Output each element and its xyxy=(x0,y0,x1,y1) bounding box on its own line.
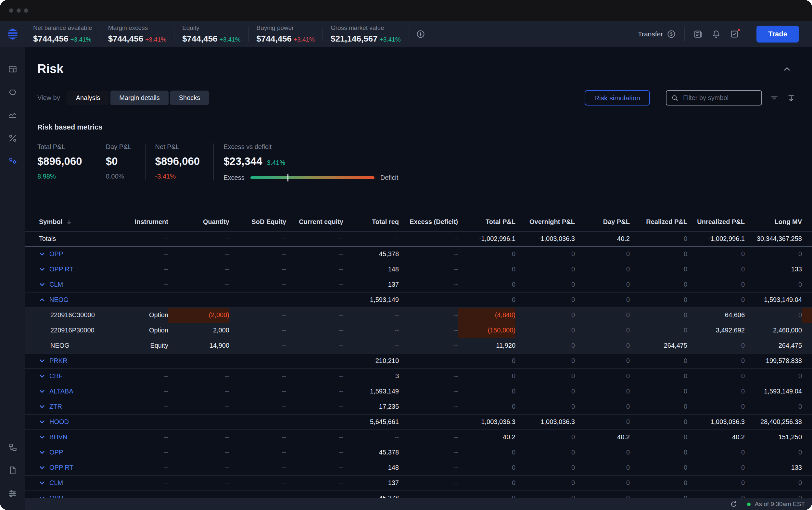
tab-margin-details[interactable]: Margin details xyxy=(110,91,169,105)
expand-chevron-icon[interactable] xyxy=(39,480,45,486)
table-row[interactable]: OPP--------45,378--000000 xyxy=(25,445,812,460)
notifications-button[interactable] xyxy=(711,29,721,39)
app-logo[interactable] xyxy=(0,28,25,40)
metric-value: $744,456+3.41% xyxy=(257,34,315,44)
column-header-sod-equity[interactable]: SoD Equity xyxy=(229,213,286,231)
symbol-link[interactable]: ALTABA xyxy=(49,388,74,395)
cell-spacer xyxy=(802,353,812,368)
table-row[interactable]: OPP RT--------148--00000133 xyxy=(25,262,812,277)
symbol-link[interactable]: NEOG xyxy=(49,296,68,303)
table-row[interactable]: 220916C30000Option(2,000)--------(4,840)… xyxy=(25,307,812,323)
totals-row[interactable]: Totals-------------1,002,996.1-1,003,036… xyxy=(25,231,812,246)
symbol-link[interactable]: CRF xyxy=(49,372,63,380)
symbol-link[interactable]: OPP xyxy=(49,449,63,456)
expand-chevron-icon[interactable] xyxy=(39,419,45,425)
table-row[interactable]: CLM--------137--000000 xyxy=(25,475,812,490)
expand-chevron-icon[interactable] xyxy=(39,434,45,440)
sidebar-item-filters[interactable] xyxy=(0,482,25,505)
cell-current-equity: -- xyxy=(286,399,343,414)
symbol-link[interactable]: OPP xyxy=(49,250,63,258)
sidebar-item-risk[interactable] xyxy=(0,150,25,173)
cell-overnight-pl: 0 xyxy=(516,338,575,353)
gauge-marker[interactable] xyxy=(287,174,288,181)
table-row[interactable]: OPP--------45,378--000000 xyxy=(25,246,812,262)
trade-button[interactable]: Trade xyxy=(756,26,799,42)
symbol-link[interactable]: BHVN xyxy=(49,433,67,441)
cell-spacer xyxy=(802,262,812,277)
symbol-link[interactable]: OPP RT xyxy=(49,266,74,273)
metric-label: Gross market value xyxy=(331,24,401,31)
table-row[interactable]: 220916P30000Option2,000--------(150,000)… xyxy=(25,323,812,338)
sidebar-item-documents[interactable] xyxy=(0,459,25,482)
table-row[interactable]: ALTABA--------1,593,149--000001,593,149.… xyxy=(25,384,812,399)
table-row[interactable]: OPP RT--------148--00000133 xyxy=(25,460,812,475)
symbol-link[interactable]: PRKR xyxy=(49,357,67,364)
tab-shocks[interactable]: Shocks xyxy=(170,91,209,105)
window-control-dot[interactable] xyxy=(9,8,13,13)
sidebar-item-performance[interactable] xyxy=(0,103,25,127)
expand-chevron-icon[interactable] xyxy=(39,266,45,272)
sidebar-item-watchlist[interactable] xyxy=(0,81,25,103)
sort-desc-icon[interactable] xyxy=(66,218,72,225)
sidebar-item-rates[interactable] xyxy=(0,127,25,150)
table-row[interactable]: HOOD--------5,645,661---1,003,036.3-1,00… xyxy=(25,414,812,429)
column-header-total-pl[interactable]: Total P&L xyxy=(458,213,516,231)
window-control-dot[interactable] xyxy=(17,8,21,13)
tab-analysis[interactable]: Analysis xyxy=(67,91,109,105)
window-control-dot[interactable] xyxy=(24,8,28,13)
column-header-realized-pl[interactable]: Realized P&L xyxy=(630,213,687,231)
column-header-long-mv[interactable]: Long MV xyxy=(745,213,802,231)
column-header-symbol[interactable]: Symbol xyxy=(25,213,106,231)
collapse-chevron-icon[interactable] xyxy=(39,297,45,303)
column-header-day-pl[interactable]: Day P&L xyxy=(575,213,630,231)
table-row[interactable]: CLM--------137--000000 xyxy=(25,277,812,292)
expand-chevron-icon[interactable] xyxy=(39,464,45,471)
table-row[interactable]: BHVN------------40.2040.2040.2151,250 xyxy=(25,429,812,445)
cell-total-req: 1,593,149 xyxy=(343,292,399,307)
cell-instrument: -- xyxy=(106,262,168,277)
expand-chevron-icon[interactable] xyxy=(39,403,45,410)
add-metric-button[interactable] xyxy=(416,30,425,39)
expand-chevron-icon[interactable] xyxy=(39,449,45,455)
cell-spacer xyxy=(802,414,812,429)
cell-symbol: ALTABA xyxy=(25,384,106,399)
cell-long-mv: 0 xyxy=(745,307,802,323)
export-button[interactable] xyxy=(787,93,796,102)
cell-realized-pl: 0 xyxy=(630,414,687,429)
symbol-link[interactable]: CLM xyxy=(49,479,63,486)
column-header-unrealized-pl[interactable]: Unrealized P&L xyxy=(687,213,745,231)
column-header-quantity[interactable]: Quantity xyxy=(168,213,229,231)
expand-chevron-icon[interactable] xyxy=(39,388,45,394)
column-header-overnight-pl[interactable]: Overnight P&L xyxy=(516,213,575,231)
expand-chevron-icon[interactable] xyxy=(39,373,45,379)
symbol-link[interactable]: OPP RT xyxy=(49,464,74,471)
column-header-total-req[interactable]: Total req xyxy=(343,213,399,231)
symbol-link[interactable]: HOOD xyxy=(49,418,69,425)
table-row[interactable]: NEOGEquity14,900--------11,92000264,4750… xyxy=(25,338,812,353)
table-row[interactable]: NEOG--------1,593,149--000001,593,149.04 xyxy=(25,292,812,307)
symbol-link[interactable]: ZTR xyxy=(49,403,62,410)
table-row[interactable]: CRF--------3--000000 xyxy=(25,368,812,384)
metric-change: +3.41% xyxy=(145,36,166,43)
expand-chevron-icon[interactable] xyxy=(39,281,45,288)
tasks-button[interactable] xyxy=(729,29,739,39)
filter-button[interactable] xyxy=(770,93,779,102)
sidebar-item-structure[interactable] xyxy=(0,436,25,459)
expand-chevron-icon[interactable] xyxy=(39,251,45,257)
transfer-button[interactable]: Transfer $ xyxy=(638,30,676,39)
orders-button[interactable] xyxy=(693,29,703,39)
column-header-instrument[interactable]: Instrument xyxy=(106,213,168,231)
collapse-panel-button[interactable] xyxy=(780,64,794,74)
symbol-link[interactable]: CLM xyxy=(49,281,63,288)
search-input[interactable] xyxy=(683,94,757,102)
column-header-current-equity[interactable]: Current equity xyxy=(286,213,343,231)
refresh-button[interactable] xyxy=(730,500,737,508)
column-header-excess-deficit[interactable]: Excess (Deficit) xyxy=(399,213,458,231)
table-row[interactable]: PRKR--------210,210--00000199,578.838 xyxy=(25,353,812,368)
cell-unrealized-pl: 0 xyxy=(687,399,745,414)
sidebar-item-dashboard[interactable] xyxy=(0,57,25,81)
expand-chevron-icon[interactable] xyxy=(39,358,45,364)
table-row[interactable]: ZTR--------17,235--000000 xyxy=(25,399,812,414)
cell-total-req: -- xyxy=(343,231,399,246)
risk-simulation-button[interactable]: Risk simulation xyxy=(585,90,650,106)
